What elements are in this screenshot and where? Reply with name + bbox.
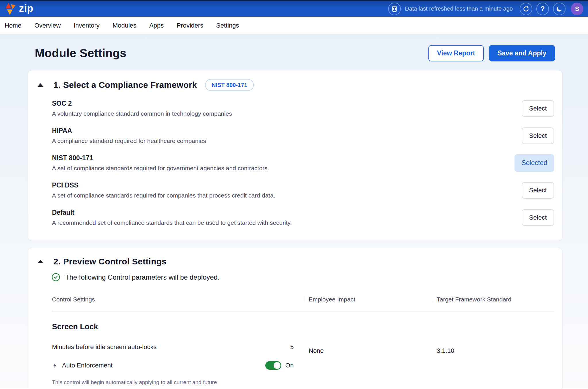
employee-impact-value: None	[305, 322, 433, 389]
framework-row-default: Default A recommended set of compliance …	[52, 208, 554, 227]
select-soc2-button[interactable]: Select	[522, 100, 554, 117]
framework-row-nist-800-171: NIST 800-171 A set of compliance standar…	[52, 154, 554, 172]
refresh-status-text: Data last refreshed less than a minute a…	[405, 5, 513, 12]
framework-description: A voluntary compliance standard common i…	[52, 110, 232, 118]
preview-section-header: 2. Preview Control Settings	[38, 257, 554, 266]
column-header-employee-impact: Employee Impact	[305, 296, 433, 303]
dark-mode-button[interactable]	[553, 3, 566, 15]
control-group-name: Screen Lock	[52, 322, 305, 331]
parameter-value: 5	[290, 343, 294, 351]
framework-section-card: 1. Select a Compliance Framework NIST 80…	[28, 70, 562, 241]
auto-enforcement-note: This control will begin automatically ap…	[52, 378, 231, 389]
framework-name: Default	[52, 208, 292, 217]
selected-framework-badge: NIST 800-171	[205, 79, 254, 91]
framework-description: A set of compliance standards required f…	[52, 164, 269, 172]
framework-name: PCI DSS	[52, 181, 275, 189]
refresh-icon	[523, 5, 529, 12]
save-and-apply-button[interactable]: Save and Apply	[489, 45, 555, 61]
nav-item-modules[interactable]: Modules	[113, 22, 136, 29]
framework-section-header: 1. Select a Compliance Framework NIST 80…	[38, 79, 554, 91]
select-default-button[interactable]: Select	[522, 209, 554, 226]
nav-item-providers[interactable]: Providers	[177, 22, 203, 29]
auto-enforcement-toggle[interactable]	[265, 361, 281, 370]
framework-description: A set of compliance standards required f…	[52, 191, 275, 200]
preview-section-card: 2. Preview Control Settings The followin…	[28, 248, 562, 389]
framework-name: SOC 2	[52, 99, 232, 108]
nav-item-overview[interactable]: Overview	[34, 22, 61, 29]
deploy-status-text: The following Control parameters will be…	[65, 273, 220, 281]
refresh-button[interactable]	[520, 3, 532, 15]
framework-row-pci-dss: PCI DSS A set of compliance standards re…	[52, 181, 554, 200]
moon-icon	[556, 5, 563, 12]
page-actions: View Report Save and Apply	[428, 45, 555, 61]
zip-logo-text: zip	[19, 3, 33, 14]
data-sync-device-icon	[388, 3, 401, 15]
question-icon: ?	[541, 5, 545, 13]
auto-enforcement-state: On	[285, 362, 294, 369]
zip-logo[interactable]: zip	[5, 2, 33, 16]
control-group-row-screen-lock: Screen Lock Minutes before idle screen a…	[52, 312, 554, 389]
column-header-control-settings: Control Settings	[52, 296, 305, 303]
framework-section-title: 1. Select a Compliance Framework	[53, 80, 197, 90]
check-circle-icon	[51, 273, 60, 282]
page-header: Module Settings View Report Save and App…	[28, 35, 562, 70]
topbar-actions: ? S	[520, 3, 583, 15]
control-parameter-row: Minutes before idle screen auto-locks 5	[52, 343, 305, 351]
primary-nav: Home Overview Inventory Modules Apps Pro…	[0, 17, 588, 34]
select-pci-dss-button[interactable]: Select	[522, 182, 554, 199]
data-refresh-status: Data last refreshed less than a minute a…	[388, 3, 513, 15]
framework-row-hipaa: HIPAA A compliance standard required for…	[52, 126, 554, 145]
preview-section-title: 2. Preview Control Settings	[53, 257, 167, 266]
select-hipaa-button[interactable]: Select	[522, 127, 554, 144]
column-header-target-framework-standard: Target Framework Standard	[433, 296, 554, 303]
user-avatar[interactable]: S	[571, 3, 583, 15]
help-button[interactable]: ?	[536, 3, 549, 15]
page-content: Module Settings View Report Save and App…	[0, 34, 588, 388]
target-standard-value: 3.1.10	[433, 322, 554, 389]
top-bar: zip Data last refreshed less than a minu…	[0, 0, 588, 17]
page-title: Module Settings	[35, 47, 127, 60]
framework-description: A compliance standard required for healt…	[52, 137, 206, 145]
table-header-row: Control Settings Employee Impact Target …	[52, 296, 554, 303]
nav-item-home[interactable]: Home	[5, 22, 22, 29]
zip-logo-icon	[5, 2, 16, 16]
auto-enforcement-label: Auto Enforcement	[62, 362, 113, 369]
selected-nist-button[interactable]: Selected	[514, 154, 554, 172]
framework-name: HIPAA	[52, 126, 206, 135]
control-settings-cell: Screen Lock Minutes before idle screen a…	[52, 322, 305, 389]
nav-item-settings[interactable]: Settings	[216, 22, 239, 29]
parameter-label: Minutes before idle screen auto-locks	[52, 343, 156, 351]
auto-enforcement-row: Auto Enforcement On	[52, 361, 305, 370]
nav-item-inventory[interactable]: Inventory	[74, 22, 100, 29]
framework-name: NIST 800-171	[52, 154, 269, 162]
collapse-caret-icon[interactable]	[38, 83, 43, 87]
nav-item-apps[interactable]: Apps	[149, 22, 164, 29]
lightning-bolt-icon	[52, 362, 58, 369]
framework-row-soc2: SOC 2 A voluntary compliance standard co…	[52, 99, 554, 118]
framework-description: A recommended set of compliance standard…	[52, 219, 292, 227]
framework-list: SOC 2 A voluntary compliance standard co…	[52, 99, 554, 227]
control-settings-table: Control Settings Employee Impact Target …	[52, 296, 554, 389]
collapse-caret-icon[interactable]	[38, 260, 43, 263]
deploy-status-line: The following Control parameters will be…	[51, 273, 554, 282]
view-report-button[interactable]: View Report	[428, 45, 484, 61]
